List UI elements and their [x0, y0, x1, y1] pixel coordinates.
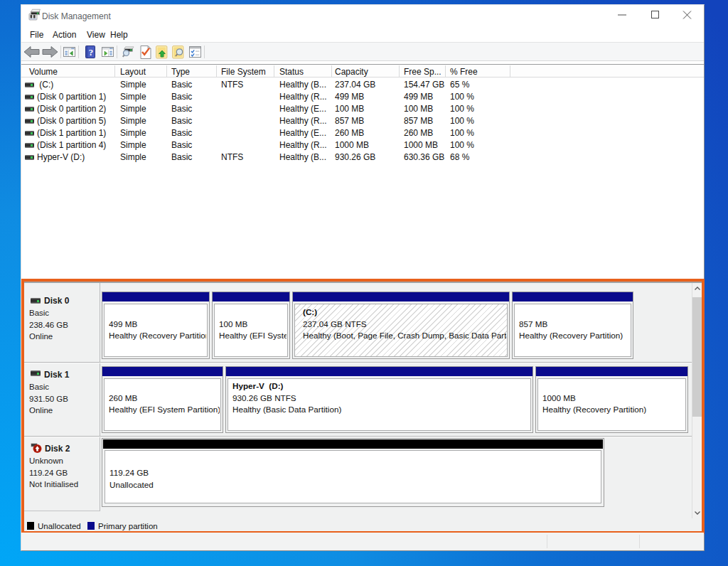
svg-text:?: ?	[89, 47, 94, 58]
